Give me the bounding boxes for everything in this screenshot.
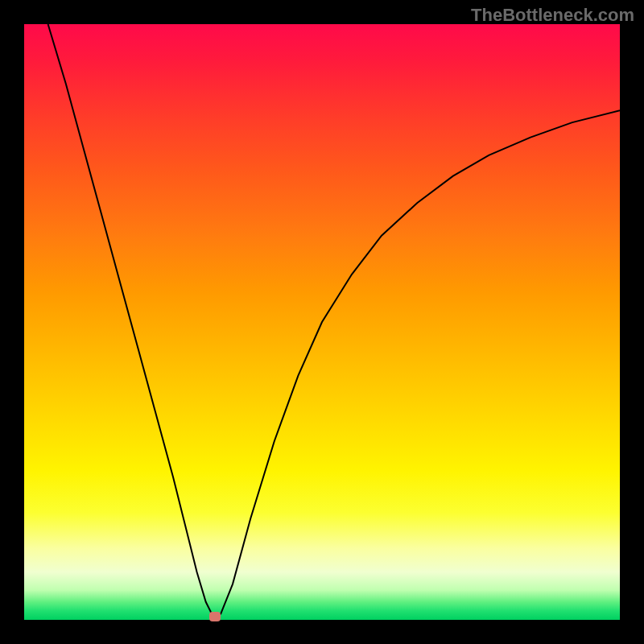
curve-layer xyxy=(24,24,620,620)
chart-frame: TheBottleneck.com xyxy=(0,0,644,644)
watermark-text: TheBottleneck.com xyxy=(471,5,634,26)
bottleneck-curve xyxy=(48,24,620,617)
optimal-point-marker xyxy=(209,612,221,621)
plot-area xyxy=(24,24,620,620)
